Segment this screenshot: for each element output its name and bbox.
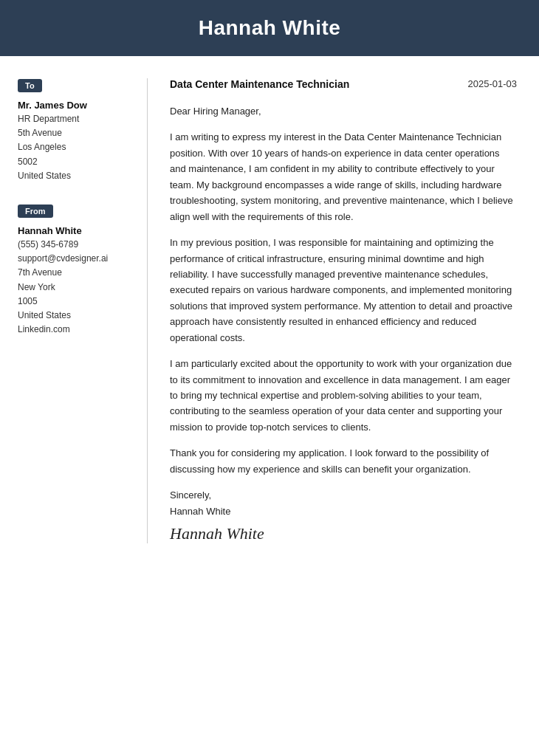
sender-country: United States [18, 309, 132, 323]
closing-word: Sincerely, [170, 487, 517, 504]
page: Hannah White To Mr. James Dow HR Departm… [0, 0, 539, 756]
recipient-street: 5th Avenue [18, 126, 132, 140]
letter-header: Data Center Maintenance Technician 2025-… [170, 78, 517, 90]
letter-date: 2025-01-03 [468, 78, 518, 89]
sender-website: Linkedin.com [18, 323, 132, 337]
from-section: From Hannah White (555) 345-6789 support… [18, 204, 132, 337]
signature-cursive: Hannah White [170, 524, 517, 543]
paragraph-3: I am particularly excited about the oppo… [170, 356, 517, 435]
salutation: Dear Hiring Manager, [170, 103, 517, 119]
sender-email: support@cvdesigner.ai [18, 252, 132, 266]
content-area: To Mr. James Dow HR Department 5th Avenu… [0, 56, 539, 566]
paragraph-2: In my previous position, I was responsib… [170, 235, 517, 346]
recipient-zip: 5002 [18, 155, 132, 169]
header-name: Hannah White [15, 16, 524, 40]
sender-name: Hannah White [18, 225, 132, 236]
paragraph-4: Thank you for considering my application… [170, 445, 517, 477]
paragraph-1: I am writing to express my interest in t… [170, 129, 517, 224]
sidebar: To Mr. James Dow HR Department 5th Avenu… [0, 78, 148, 543]
sender-zip: 1005 [18, 295, 132, 309]
recipient-department: HR Department [18, 112, 132, 126]
closing-name: Hannah White [170, 504, 517, 520]
main-content: Data Center Maintenance Technician 2025-… [148, 78, 539, 543]
closing: Sincerely, Hannah White [170, 487, 517, 520]
to-badge: To [18, 79, 42, 92]
recipient-name: Mr. James Dow [18, 100, 132, 111]
recipient-country: United States [18, 169, 132, 183]
header: Hannah White [0, 0, 539, 56]
from-badge: From [18, 205, 53, 218]
sender-street: 7th Avenue [18, 266, 132, 280]
recipient-city: Los Angeles [18, 140, 132, 154]
sender-city: New York [18, 281, 132, 295]
to-section: To Mr. James Dow HR Department 5th Avenu… [18, 78, 132, 183]
letter-body: Dear Hiring Manager, I am writing to exp… [170, 103, 517, 477]
job-title: Data Center Maintenance Technician [170, 78, 349, 90]
sender-phone: (555) 345-6789 [18, 238, 132, 252]
